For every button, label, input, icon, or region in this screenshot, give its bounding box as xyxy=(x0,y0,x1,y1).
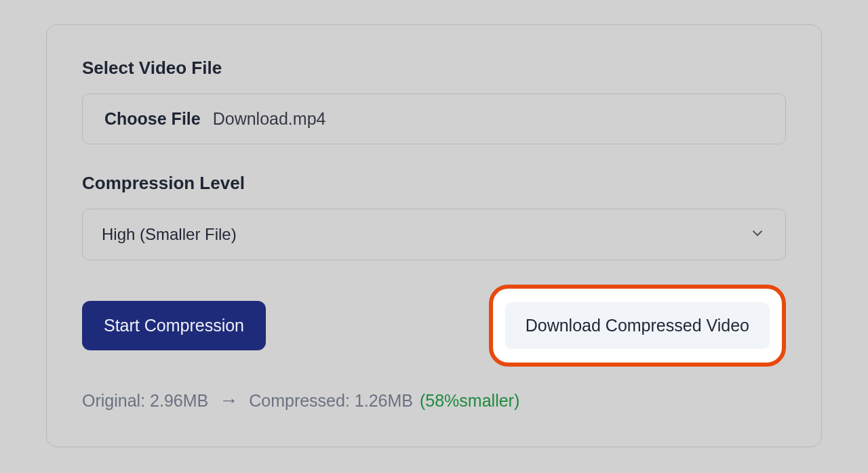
reduction-percent: (58%smaller) xyxy=(420,391,519,411)
start-compression-button[interactable]: Start Compression xyxy=(82,301,266,350)
download-highlight: Download Compressed Video xyxy=(489,285,786,367)
arrow-right-icon: → xyxy=(219,390,238,411)
file-input-row[interactable]: Choose File Download.mp4 xyxy=(82,94,786,144)
compression-stats: Original: 2.96MB → Compressed: 1.26MB (5… xyxy=(82,390,786,411)
compressed-size: Compressed: 1.26MB xyxy=(249,391,413,411)
compression-level-value: High (Smaller File) xyxy=(102,225,237,244)
select-video-label: Select Video File xyxy=(82,58,786,79)
original-size: Original: 2.96MB xyxy=(82,391,208,411)
choose-file-button[interactable]: Choose File xyxy=(104,109,201,129)
compression-level-select[interactable]: High (Smaller File) xyxy=(82,209,786,260)
compression-level-label: Compression Level xyxy=(82,173,786,194)
compression-panel: Select Video File Choose File Download.m… xyxy=(46,24,822,447)
selected-file-name: Download.mp4 xyxy=(213,109,326,129)
actions-row: Start Compression Download Compressed Vi… xyxy=(82,285,786,367)
download-compressed-button[interactable]: Download Compressed Video xyxy=(505,302,770,349)
chevron-down-icon xyxy=(749,224,766,245)
